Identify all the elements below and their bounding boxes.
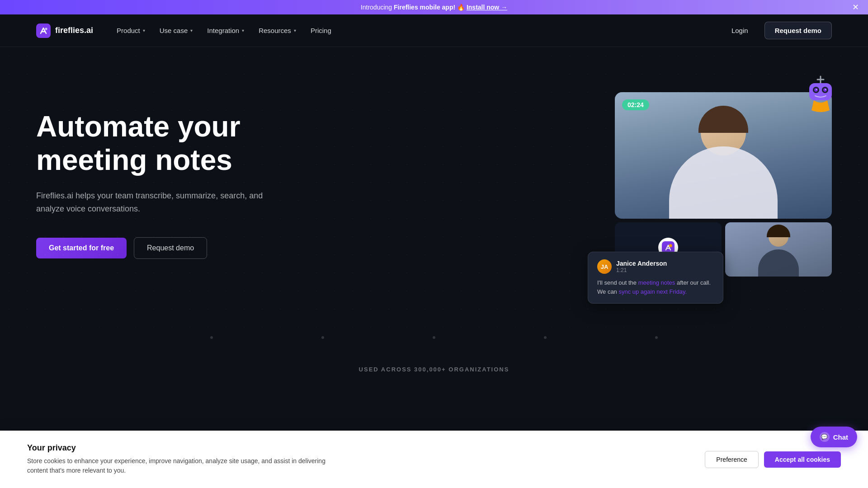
robot-mascot: [800, 74, 841, 115]
svg-point-11: [825, 89, 826, 90]
install-now-link[interactable]: Install now →: [467, 4, 507, 11]
request-demo-hero-button[interactable]: Request demo: [134, 237, 207, 259]
nav-right: Login Request demo: [722, 22, 832, 39]
nav-left: fireflies.ai Product ▾ Use case ▾ Integr…: [36, 23, 337, 38]
hero-left: Automate your meeting notes Fireflies.ai…: [36, 83, 289, 259]
chevron-down-icon: ▾: [143, 28, 145, 33]
avatar: JA: [597, 259, 612, 274]
cookie-banner: Your privacy Store cookies to enhance yo…: [0, 431, 868, 488]
message-body: I'll send out the meeting notes after ou…: [597, 278, 714, 296]
svg-point-10: [816, 89, 817, 90]
cookie-actions: Preference Accept all cookies: [705, 451, 841, 468]
dots-decoration: [0, 327, 868, 348]
logo-text: fireflies.ai: [55, 26, 93, 35]
hero-actions: Get started for free Request demo: [36, 237, 289, 259]
chevron-down-icon: ▾: [294, 28, 296, 33]
banner-text: Introducing Fireflies mobile app! 🔥 Inst…: [361, 4, 507, 11]
fireflies-logo-icon: [36, 23, 51, 38]
stats-label: USED ACROSS 300,000+ ORGANIZATIONS: [0, 348, 868, 382]
preference-button[interactable]: Preference: [705, 451, 758, 468]
banner-close-button[interactable]: ✕: [852, 3, 859, 11]
message-timestamp: 1:21: [616, 267, 667, 273]
svg-point-2: [46, 28, 47, 29]
chat-button[interactable]: 💬 Chat: [811, 427, 857, 447]
hero-section: Automate your meeting notes Fireflies.ai…: [0, 47, 868, 327]
hero-subtitle: Fireflies.ai helps your team transcribe,…: [36, 189, 289, 216]
sync-link[interactable]: sync up again next Friday.: [618, 288, 687, 295]
hero-title: Automate your meeting notes: [36, 110, 289, 177]
request-demo-nav-button[interactable]: Request demo: [764, 22, 832, 39]
chevron-down-icon: ▾: [242, 28, 244, 33]
message-header: JA Janice Anderson 1:21: [597, 259, 714, 274]
nav-links: Product ▾ Use case ▾ Integration ▾ Resou…: [111, 23, 337, 38]
sender-name: Janice Anderson: [616, 260, 667, 267]
login-button[interactable]: Login: [722, 23, 757, 38]
chevron-down-icon: ▾: [190, 28, 193, 33]
accept-cookies-button[interactable]: Accept all cookies: [764, 451, 841, 468]
svg-point-13: [669, 244, 672, 247]
meeting-notes-link[interactable]: meeting notes: [638, 279, 675, 286]
nav-item-usecase[interactable]: Use case ▾: [154, 23, 198, 38]
cookie-body: Store cookies to enhance your experience…: [27, 456, 344, 475]
message-card: JA Janice Anderson 1:21 I'll send out th…: [588, 252, 723, 304]
svg-rect-5: [809, 83, 832, 100]
announcement-banner: Introducing Fireflies mobile app! 🔥 Inst…: [0, 0, 868, 14]
cookie-title: Your privacy: [27, 443, 344, 453]
nav-item-resources[interactable]: Resources ▾: [253, 23, 302, 38]
message-sender-info: Janice Anderson 1:21: [616, 260, 667, 273]
nav-item-integration[interactable]: Integration ▾: [202, 23, 250, 38]
main-video-panel: 02:24: [615, 92, 832, 219]
secondary-video-panel: [725, 222, 832, 277]
chat-icon: 💬: [820, 432, 830, 442]
navbar: fireflies.ai Product ▾ Use case ▾ Integr…: [0, 14, 868, 47]
svg-rect-0: [36, 23, 51, 38]
nav-item-pricing[interactable]: Pricing: [305, 23, 337, 38]
timer-badge: 02:24: [622, 99, 649, 110]
get-started-button[interactable]: Get started for free: [36, 238, 127, 258]
hero-right: 02:24 JA Janice Anderson 1:21 I'll send …: [615, 92, 832, 277]
nav-item-product[interactable]: Product ▾: [111, 23, 151, 38]
cookie-text-area: Your privacy Store cookies to enhance yo…: [27, 443, 344, 475]
logo[interactable]: fireflies.ai: [36, 23, 93, 38]
